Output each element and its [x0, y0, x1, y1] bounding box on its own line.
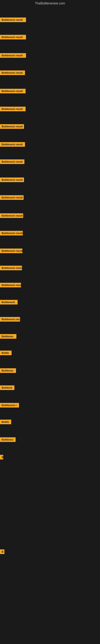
bottleneck-badge: Bottlenec [0, 437, 16, 442]
bottleneck-badge: Bottle [0, 350, 12, 355]
bottleneck-badge: Bottleneck result [0, 70, 25, 75]
bottleneck-badge: Bottleneck result [0, 248, 22, 253]
bottleneck-result-item[interactable]: Bottleneck result [0, 213, 23, 219]
bottleneck-result-item[interactable]: Bottleneck result [0, 142, 25, 148]
bottleneck-badge: Bottleneck result [0, 35, 26, 40]
bottleneck-badge: Bottleneck result [0, 89, 26, 94]
bottleneck-result-item[interactable]: Bottleneck result [0, 178, 24, 183]
bottleneck-result-item[interactable]: Bottleneck result [0, 35, 26, 40]
bottleneck-result-item[interactable]: Bottleneck res [0, 317, 20, 322]
bottleneck-result-item[interactable]: Bottleneck result [0, 160, 24, 165]
bottleneck-badge: Bottleneck result [0, 142, 25, 147]
bottleneck-badge: Bottleneck result [0, 178, 24, 182]
bottleneck-badge: Bottleneck resu [0, 283, 21, 288]
bottleneck-result-item[interactable]: Bottle [0, 420, 11, 425]
bottleneck-badge: Bottleneck res [0, 317, 20, 322]
bottleneck-result-item[interactable]: Bottleneck resu [0, 283, 21, 288]
bottleneck-badge: Bottleneck r [0, 403, 19, 408]
bottleneck-badge: Bottleneck result [0, 160, 24, 164]
bottleneck-badge: Bottleneck result [0, 53, 26, 58]
bottleneck-result-item[interactable]: Bottleneck result [0, 107, 26, 112]
bottleneck-result-item[interactable]: Bottleneck r [0, 403, 19, 408]
bottleneck-badge: Bottleneck result [0, 18, 26, 22]
bottleneck-badge: B [0, 550, 4, 554]
bottleneck-badge: Bottleneck result [0, 107, 26, 111]
bottleneck-badge: Bottleneck [0, 300, 18, 304]
bottleneck-result-item[interactable]: B [0, 550, 4, 555]
bottleneck-badge: Bottleneck result [0, 231, 23, 236]
bottleneck-result-item[interactable]: Bottleneck result [0, 124, 24, 130]
bottleneck-badge: Bottlenec [0, 334, 16, 339]
bottleneck-result-item[interactable]: Bottleneck result [0, 18, 26, 23]
bottleneck-result-item[interactable]: Bottleneck result [0, 195, 24, 201]
bottleneck-badge: Bottleneck result [0, 195, 24, 200]
bottleneck-badge: Bottle [0, 420, 11, 424]
bottleneck-result-item[interactable]: Bottleneck [0, 300, 18, 305]
bottleneck-result-item[interactable]: Bottlenec [0, 437, 16, 443]
bottleneck-badge: B [0, 455, 3, 460]
bottleneck-result-item[interactable]: Bottle [0, 350, 12, 356]
bottleneck-result-item[interactable]: Bottlenec [0, 334, 16, 340]
bottleneck-result-item[interactable]: Bottleneck result [0, 266, 22, 271]
bottleneck-result-item[interactable]: Bottleneck result [0, 89, 26, 94]
bottleneck-badge: Bottleneck result [0, 124, 24, 129]
site-title: TheBottlenecker.com [0, 0, 100, 6]
bottleneck-result-item[interactable]: Bottlenec [0, 368, 16, 374]
bottleneck-result-item[interactable]: Bottleneck result [0, 70, 25, 76]
bottleneck-badge: Bottlenec [0, 368, 16, 373]
bottleneck-badge: Bottleneck result [0, 213, 23, 218]
bottleneck-badge: Bottleneck result [0, 266, 22, 270]
bottleneck-result-item[interactable]: Bottleneck result [0, 248, 22, 254]
bottleneck-result-item[interactable]: Bottlend [0, 386, 14, 391]
bottleneck-result-item[interactable]: Bottleneck result [0, 53, 26, 58]
bottleneck-badge: Bottlend [0, 386, 14, 390]
bottleneck-result-item[interactable]: Bottleneck result [0, 231, 23, 236]
bottleneck-result-item[interactable]: B [0, 455, 3, 460]
